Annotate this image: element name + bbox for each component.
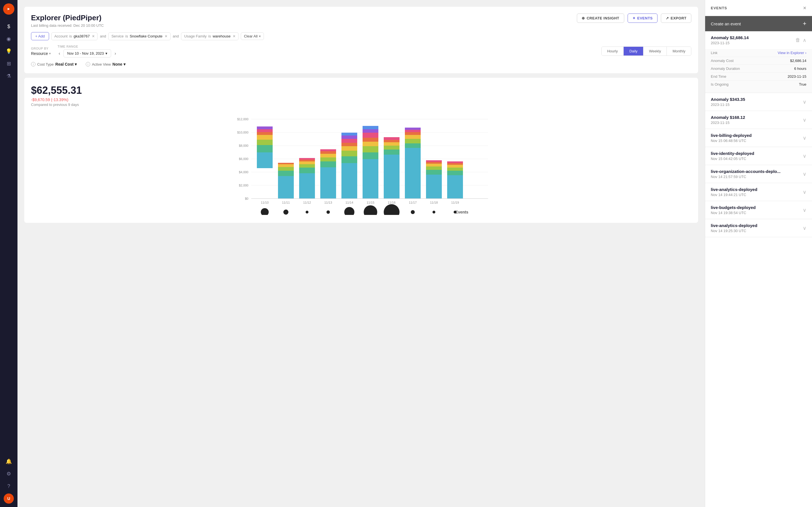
svg-rect-22 — [278, 176, 294, 199]
active-view-info[interactable]: i — [86, 62, 90, 66]
svg-rect-54 — [363, 126, 378, 129]
sidebar-item-lab[interactable]: ⚗ — [4, 71, 14, 81]
svg-rect-62 — [405, 144, 421, 148]
user-avatar[interactable]: U — [4, 494, 14, 504]
detail-ongoing-value: True — [799, 82, 806, 87]
event-item-header-anomaly-1[interactable]: Anomaly $2,686.14 2023-11-15 🗑 ∧ — [705, 31, 812, 49]
event-chevron-anomaly-3: ∨ — [803, 117, 806, 123]
event-item-header-anomaly-2[interactable]: Anomaly $343.35 2023-11-15 ∨ — [705, 93, 812, 111]
clear-all-button[interactable]: Clear All × — [241, 33, 264, 40]
bar-1117[interactable] — [405, 128, 421, 199]
filter-usage-op: is — [208, 34, 211, 38]
svg-rect-47 — [363, 159, 378, 199]
svg-rect-36 — [320, 154, 336, 158]
tab-weekly[interactable]: Weekly — [644, 47, 667, 55]
sidebar-item-settings[interactable]: ⚙ — [4, 469, 14, 479]
time-next-button[interactable]: › — [113, 50, 117, 57]
event-delete-anomaly-1[interactable]: 🗑 — [795, 37, 801, 43]
bar-1115[interactable] — [363, 126, 378, 199]
cost-type-select[interactable]: Real Cost ▾ — [55, 62, 77, 66]
event-item-header-live-budgets[interactable]: live-budgets-deployed Nov 14 19:38:54 UT… — [705, 201, 812, 219]
group-by-select[interactable]: Resource ▾ — [31, 51, 51, 56]
svg-text:11/12: 11/12 — [303, 201, 311, 204]
app-logo[interactable] — [3, 3, 14, 15]
svg-rect-28 — [299, 168, 315, 173]
add-filter-button[interactable]: + Add — [31, 32, 49, 40]
bar-1119[interactable] — [447, 161, 463, 199]
event-chevron-anomaly-1: ∧ — [803, 37, 806, 43]
event-item-header-live-billing[interactable]: live-billing-deployed Nov 15 06:48:56 UT… — [705, 129, 812, 147]
create-insight-button[interactable]: ⊕ CREATE INSIGHT — [577, 13, 624, 23]
export-button[interactable]: ↗ EXPORT — [661, 13, 691, 23]
events-button[interactable]: ✦ EVENTS — [627, 13, 658, 23]
svg-rect-41 — [342, 151, 357, 156]
bar-1118[interactable] — [426, 160, 442, 199]
detail-duration-key: Anomaly Duration — [711, 66, 740, 71]
event-item-live-identity: live-identity-deployed Nov 15 04:42:05 U… — [705, 147, 812, 165]
sidebar-item-chart[interactable]: ◉ — [4, 34, 14, 44]
sidebar-item-help[interactable]: ? — [4, 481, 14, 491]
event-item-header-live-identity[interactable]: live-identity-deployed Nov 15 04:42:05 U… — [705, 147, 812, 165]
svg-rect-37 — [320, 151, 336, 154]
active-view-select[interactable]: None ▾ — [112, 62, 125, 66]
svg-rect-63 — [405, 139, 421, 144]
detail-cost-key: Anomaly Cost — [711, 59, 733, 63]
cost-compare: Compared to previous 9 days — [31, 103, 691, 107]
svg-rect-48 — [363, 152, 378, 159]
filter-usage-remove[interactable]: × — [233, 34, 236, 39]
active-view-arrow: ▾ — [123, 62, 125, 66]
events-panel-header: EVENTS × — [705, 0, 812, 16]
group-by-control: Group By Resource ▾ — [31, 47, 51, 56]
event-actions-live-billing: ∨ — [803, 135, 806, 141]
header-actions: ⊕ CREATE INSIGHT ✦ EVENTS ↗ EXPORT — [577, 13, 691, 23]
svg-text:11/19: 11/19 — [451, 201, 459, 204]
svg-point-97 — [364, 205, 377, 215]
events-panel-close[interactable]: × — [803, 5, 806, 11]
detail-link-value[interactable]: View in Explorer › — [777, 51, 806, 55]
event-item-header-anomaly-3[interactable]: Anomaly $168.12 2023-11-15 ∨ — [705, 111, 812, 129]
event-date-live-analytics-2: Nov 14 19:25:30 UTC — [711, 229, 757, 233]
svg-rect-74 — [447, 175, 463, 199]
bar-1111[interactable] — [278, 163, 294, 199]
bar-1116[interactable] — [384, 137, 400, 199]
sidebar-item-table[interactable]: ⊞ — [4, 59, 14, 69]
svg-text:11/16: 11/16 — [388, 201, 396, 204]
event-item-header-live-analytics-1[interactable]: live-analytics-deployed Nov 14 19:44:21 … — [705, 183, 812, 201]
tab-hourly[interactable]: Hourly — [602, 47, 624, 55]
time-range-select[interactable]: Nov 10 - Nov 19, 2023 ▾ — [63, 49, 111, 57]
svg-text:$4,000: $4,000 — [239, 170, 248, 174]
svg-point-99 — [411, 210, 415, 214]
event-title-live-billing: live-billing-deployed — [711, 133, 752, 138]
sidebar-item-insights[interactable]: 💡 — [4, 46, 14, 56]
bar-1114[interactable] — [342, 133, 357, 199]
svg-rect-32 — [299, 158, 315, 160]
tab-monthly[interactable]: Monthly — [667, 47, 691, 55]
cost-type-info[interactable]: i — [31, 62, 36, 66]
filter-account-remove[interactable]: × — [92, 34, 94, 39]
svg-text:$12,000: $12,000 — [237, 117, 248, 121]
event-item-header-live-analytics-2[interactable]: live-analytics-deployed Nov 14 19:25:30 … — [705, 219, 812, 237]
billing-subtitle: Last billing data received: Dec 20 10:00… — [31, 23, 104, 27]
create-event-row[interactable]: Create an event + — [705, 16, 812, 31]
group-by-label: Group By — [31, 47, 51, 50]
svg-text:$2,000: $2,000 — [239, 184, 248, 187]
svg-rect-19 — [257, 132, 273, 135]
event-item-header-live-org-accounts[interactable]: live-organization-accounts-deplo... Nov … — [705, 165, 812, 183]
svg-rect-56 — [384, 150, 400, 155]
svg-rect-66 — [405, 130, 421, 132]
svg-rect-25 — [278, 164, 294, 167]
bar-1113[interactable] — [320, 149, 336, 199]
sidebar-item-bell[interactable]: 🔔 — [4, 456, 14, 466]
sidebar-item-dollar[interactable]: $ — [4, 21, 14, 32]
event-title-anomaly-1: Anomaly $2,686.14 — [711, 35, 749, 40]
time-prev-button[interactable]: ‹ — [57, 50, 61, 57]
tab-daily[interactable]: Daily — [624, 47, 644, 55]
filter-service-remove[interactable]: × — [165, 34, 167, 39]
lightbulb-icon: 💡 — [6, 48, 12, 54]
bar-1112[interactable] — [299, 158, 315, 199]
table-icon: ⊞ — [7, 61, 11, 67]
event-item-live-org-accounts: live-organization-accounts-deplo... Nov … — [705, 165, 812, 183]
bar-1110[interactable] — [257, 126, 273, 168]
filter-row: + Add Account is gka38767 × and Service … — [31, 32, 691, 40]
time-range-value: Nov 10 - Nov 19, 2023 — [67, 51, 104, 55]
